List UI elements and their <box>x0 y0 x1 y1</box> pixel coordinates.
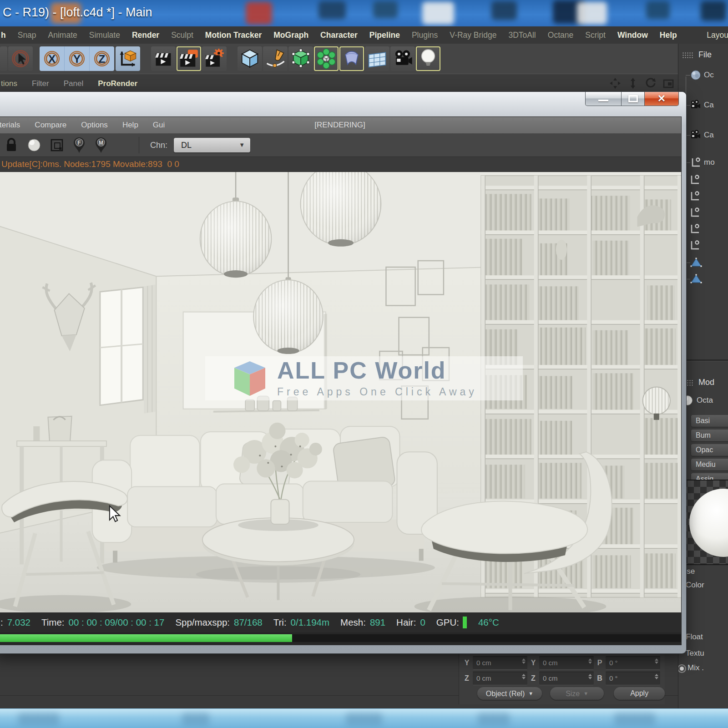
coordinate-system-button[interactable] <box>116 46 140 71</box>
material-tab-bump[interactable]: Bum <box>691 430 728 441</box>
mix-radio-icon[interactable] <box>678 664 686 673</box>
menu-item-3dtoall[interactable]: 3DToAll <box>502 30 541 40</box>
material-ball-icon[interactable] <box>26 137 42 153</box>
pan-icon[interactable] <box>609 77 621 89</box>
deformer-button[interactable] <box>339 46 364 71</box>
mograph-cloner-button[interactable] <box>314 46 339 71</box>
render-progress <box>0 632 681 645</box>
axis-lock-group: X Y Z <box>40 46 114 71</box>
live-viewer-content: terials Compare Options Help Gui [RENDER… <box>0 116 682 645</box>
menu-item-vray-bridge[interactable]: V-Ray Bridge <box>444 30 502 40</box>
maximize-button[interactable] <box>622 92 644 106</box>
pen-spline-button[interactable] <box>263 46 288 71</box>
svg-text:F: F <box>77 140 81 146</box>
menu-item-help[interactable]: Help <box>654 30 683 40</box>
spinner[interactable] <box>522 658 526 664</box>
menu-item-mograph[interactable]: MoGraph <box>268 30 314 40</box>
menu-item-layout[interactable]: Layou <box>701 30 728 40</box>
screen: C - R19) - [loft.c4d *] - Main h Snap An… <box>0 0 728 728</box>
z-axis-lock-button[interactable]: Z <box>90 46 114 71</box>
camera-button[interactable] <box>390 46 415 71</box>
object-row-sky[interactable]: Oc <box>678 69 714 81</box>
viewport-menu-options[interactable]: tions <box>0 79 25 88</box>
lock-icon[interactable] <box>3 137 20 153</box>
rotation-p-field[interactable]: 0 ° <box>606 656 660 670</box>
object-manager-file-menu[interactable]: File <box>698 50 712 60</box>
viewport-menu-prorender[interactable]: ProRender <box>91 79 145 88</box>
subdivision-surface-button[interactable] <box>288 46 313 71</box>
taskbar[interactable] <box>0 708 728 728</box>
render-settings-button[interactable] <box>202 46 227 71</box>
menu-item-octane[interactable]: Octane <box>542 30 579 40</box>
menu-item-pipeline[interactable]: Pipeline <box>364 30 406 40</box>
add-cube-button[interactable] <box>238 46 262 71</box>
material-panel-header: Mod <box>682 378 714 387</box>
status-tri: Tri:0/1.194m <box>273 617 329 628</box>
menu-item-window[interactable]: Window <box>612 30 654 40</box>
render-status-bar: :7.032 Time:00 : 00 : 09/00 : 00 : 17 Sp… <box>0 612 681 632</box>
menu-item-plugins[interactable]: Plugins <box>406 30 444 40</box>
scale-z-field[interactable]: 0 cm <box>539 672 594 685</box>
y-axis-lock-button[interactable]: Y <box>65 46 90 71</box>
render-active-button[interactable] <box>177 46 201 71</box>
cube-icon <box>239 48 260 69</box>
y-lock-icon: Y <box>67 49 87 69</box>
menu-item-mesh[interactable]: h <box>0 30 12 40</box>
toolbar-button-partial[interactable] <box>0 46 7 71</box>
viewport-menu-filter[interactable]: Filter <box>25 79 56 88</box>
material-tab-opacity[interactable]: Opac <box>691 444 728 456</box>
zoom-icon[interactable] <box>627 77 639 89</box>
spinner[interactable] <box>588 674 592 679</box>
toolbar-separator <box>139 137 139 153</box>
coordinates-row-y: Y 0 cm Y 0 cm P 0 ° <box>464 656 660 670</box>
focus-picker-pin-icon[interactable]: F <box>71 136 87 154</box>
rotation-b-field[interactable]: 0 ° <box>606 672 660 685</box>
menu-item-character[interactable]: Character <box>314 30 364 40</box>
camera-object-icon <box>690 130 701 141</box>
x-axis-lock-button[interactable]: X <box>40 46 65 71</box>
maximize-view-icon[interactable] <box>662 77 674 89</box>
watermark: ALL PC World Free Apps One Click Away <box>205 356 523 400</box>
material-picker-pin-icon[interactable]: M <box>93 136 109 154</box>
object-mode-dropdown[interactable]: Object (Rel)▼ <box>477 687 542 700</box>
apply-button[interactable]: Apply <box>614 687 665 700</box>
material-tab-basic[interactable]: Basi <box>691 415 728 427</box>
region-select-icon[interactable] <box>49 137 65 153</box>
menu-item-sculpt[interactable]: Sculpt <box>165 30 199 40</box>
material-preview[interactable] <box>680 480 728 565</box>
menu-item-render[interactable]: Render <box>126 30 165 40</box>
material-tab-medium[interactable]: Mediu <box>691 459 728 470</box>
spinner[interactable] <box>588 658 592 664</box>
spinner[interactable] <box>655 674 658 679</box>
svg-text:Z: Z <box>99 53 106 65</box>
menu-item-script[interactable]: Script <box>579 30 612 40</box>
live-viewer-menubar: terials Compare Options Help Gui [RENDER… <box>0 117 681 134</box>
light-button[interactable] <box>416 46 440 71</box>
grip-icon[interactable] <box>682 52 694 58</box>
close-button[interactable]: ✕ <box>644 92 679 106</box>
material-row[interactable]: Octa <box>682 395 713 406</box>
minimize-button[interactable] <box>585 92 622 106</box>
scale-y-field[interactable]: 0 cm <box>539 656 594 670</box>
rotate-icon[interactable] <box>645 77 657 89</box>
floor-button[interactable] <box>365 46 389 71</box>
channel-dropdown[interactable]: DL▼ <box>174 138 250 152</box>
menu-item-animate[interactable]: Animate <box>42 30 83 40</box>
viewport-nav-icons <box>609 77 674 89</box>
menu-item-simulate[interactable]: Simulate <box>83 30 126 40</box>
selection-arrow-button[interactable] <box>8 46 33 71</box>
menu-item-motion-tracker[interactable]: Motion Tracker <box>199 30 268 40</box>
material-mode-label[interactable]: Mod <box>698 378 714 387</box>
spinner[interactable] <box>522 674 526 679</box>
close-icon: ✕ <box>657 94 666 104</box>
render-view-button[interactable] <box>151 46 176 71</box>
position-y-field[interactable]: 0 cm <box>473 656 527 670</box>
spinner[interactable] <box>655 658 658 664</box>
size-dropdown[interactable]: Size▼ <box>550 687 604 700</box>
desktop-icon-blur <box>422 2 454 25</box>
render-canvas[interactable]: ALL PC World Free Apps One Click Away <box>0 172 681 612</box>
camera-object-icon <box>690 100 701 111</box>
position-z-field[interactable]: 0 cm <box>473 672 527 685</box>
menu-item-snap[interactable]: Snap <box>12 30 42 40</box>
viewport-menu-panel[interactable]: Panel <box>56 79 91 88</box>
